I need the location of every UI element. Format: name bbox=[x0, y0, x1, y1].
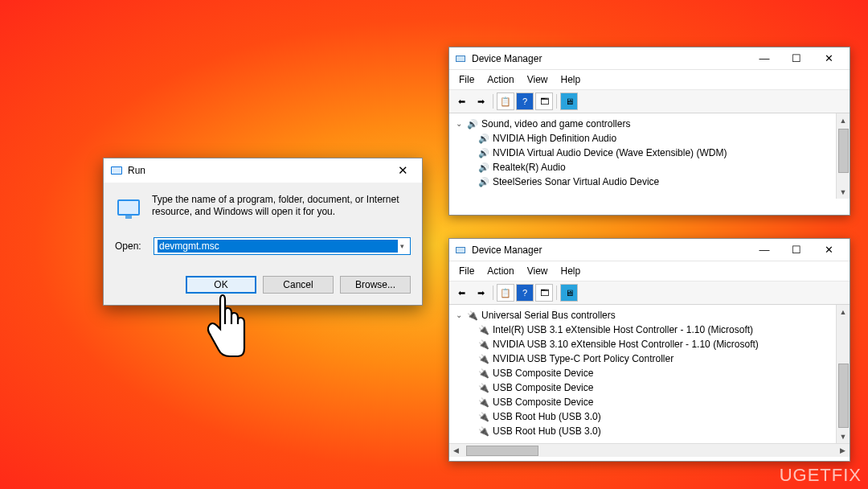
horizontal-scrollbar[interactable]: ◀ ▶ bbox=[449, 443, 850, 457]
run-program-icon bbox=[115, 194, 144, 223]
maximize-button[interactable]: ☐ bbox=[780, 240, 813, 260]
device-manager-icon bbox=[454, 52, 467, 65]
tree-item[interactable]: NVIDIA High Definition Audio bbox=[478, 131, 845, 146]
item-label: USB Root Hub (USB 3.0) bbox=[493, 424, 601, 438]
menu-help[interactable]: Help bbox=[556, 264, 586, 278]
device-manager-icon bbox=[454, 244, 467, 257]
monitor-button[interactable]: 🖥 bbox=[560, 92, 578, 110]
dm1-tree: ⌄ Sound, video and game controllers NVID… bbox=[449, 113, 850, 199]
help-button[interactable]: ? bbox=[516, 92, 534, 110]
menu-help[interactable]: Help bbox=[556, 72, 586, 87]
scroll-thumb[interactable] bbox=[466, 446, 538, 456]
run-body: Type the name of a program, folder, docu… bbox=[104, 183, 422, 266]
item-label: USB Composite Device bbox=[493, 395, 593, 409]
menu-file[interactable]: File bbox=[454, 72, 479, 87]
svg-rect-6 bbox=[457, 56, 465, 61]
scan-button[interactable]: 🗔 bbox=[535, 284, 553, 302]
svg-rect-8 bbox=[457, 248, 465, 253]
close-button[interactable]: ✕ bbox=[813, 49, 845, 68]
forward-button[interactable]: ➡ bbox=[472, 284, 489, 302]
forward-button[interactable]: ➡ bbox=[472, 92, 489, 110]
maximize-button[interactable]: ☐ bbox=[780, 49, 813, 68]
minimize-button[interactable]: — bbox=[748, 240, 780, 260]
speaker-icon bbox=[478, 176, 489, 187]
tree-item[interactable]: USB Composite Device bbox=[478, 395, 845, 409]
usb-icon bbox=[478, 368, 489, 379]
speaker-icon bbox=[467, 118, 478, 129]
tree-item[interactable]: NVIDIA USB Type-C Port Policy Controller bbox=[478, 351, 845, 366]
device-manager-window-1: Device Manager — ☐ ✕ File Action View He… bbox=[448, 47, 850, 216]
tree-category[interactable]: ⌄ Sound, video and game controllers bbox=[454, 117, 845, 131]
watermark: UGETFIX bbox=[780, 465, 862, 486]
menu-action[interactable]: Action bbox=[482, 264, 518, 278]
tree-item[interactable]: USB Composite Device bbox=[478, 366, 845, 380]
dm1-title: Device Manager bbox=[472, 53, 748, 64]
minimize-button[interactable]: — bbox=[748, 49, 780, 68]
run-button-row: OK Cancel Browse... bbox=[104, 266, 422, 305]
cancel-button[interactable]: Cancel bbox=[263, 276, 334, 294]
dm2-toolbar: ⬅ ➡ 📋 ? 🗔 🖥 bbox=[449, 281, 850, 305]
help-button[interactable]: ? bbox=[516, 284, 534, 302]
menu-view[interactable]: View bbox=[522, 72, 553, 87]
menu-action[interactable]: Action bbox=[482, 72, 518, 87]
menu-file[interactable]: File bbox=[454, 264, 479, 278]
dm2-title: Device Manager bbox=[472, 244, 748, 256]
item-label: NVIDIA High Definition Audio bbox=[493, 131, 616, 146]
scroll-down-icon[interactable]: ▼ bbox=[837, 429, 850, 443]
item-label: Intel(R) USB 3.1 eXtensible Host Control… bbox=[493, 323, 753, 337]
vertical-scrollbar[interactable]: ▲ ▼ bbox=[836, 305, 850, 443]
dm1-titlebar: Device Manager — ☐ ✕ bbox=[449, 47, 850, 70]
ok-button[interactable]: OK bbox=[186, 276, 256, 294]
scroll-thumb[interactable] bbox=[838, 129, 849, 173]
scroll-up-icon[interactable]: ▲ bbox=[837, 113, 850, 127]
scroll-thumb[interactable] bbox=[838, 364, 849, 428]
tree-category[interactable]: ⌄ Universal Serial Bus controllers bbox=[454, 308, 845, 323]
scroll-left-icon[interactable]: ◀ bbox=[449, 444, 463, 458]
collapse-icon[interactable]: ⌄ bbox=[454, 117, 464, 131]
tree-item[interactable]: SteelSeries Sonar Virtual Audio Device bbox=[478, 175, 845, 189]
tree-item[interactable]: Intel(R) USB 3.1 eXtensible Host Control… bbox=[478, 323, 845, 337]
properties-button[interactable]: 📋 bbox=[497, 284, 514, 302]
browse-button[interactable]: Browse... bbox=[340, 276, 411, 294]
speaker-icon bbox=[478, 147, 489, 158]
dm2-menubar: File Action View Help bbox=[449, 261, 850, 281]
category-label: Sound, video and game controllers bbox=[481, 117, 630, 131]
tree-item[interactable]: NVIDIA USB 3.10 eXtensible Host Controll… bbox=[478, 337, 845, 351]
back-button[interactable]: ⬅ bbox=[452, 284, 470, 302]
usb-icon bbox=[478, 324, 489, 335]
tree-item[interactable]: NVIDIA Virtual Audio Device (Wave Extens… bbox=[478, 146, 845, 160]
back-button[interactable]: ⬅ bbox=[452, 92, 470, 110]
open-input[interactable] bbox=[158, 240, 398, 253]
monitor-button[interactable]: 🖥 bbox=[560, 284, 578, 302]
svg-rect-1 bbox=[112, 167, 121, 174]
usb-icon bbox=[478, 382, 489, 393]
item-label: NVIDIA USB Type-C Port Policy Controller bbox=[493, 351, 674, 366]
properties-button[interactable]: 📋 bbox=[497, 92, 514, 110]
speaker-icon bbox=[478, 133, 489, 144]
device-manager-window-2: Device Manager — ☐ ✕ File Action View He… bbox=[448, 238, 850, 462]
collapse-icon[interactable]: ⌄ bbox=[454, 308, 464, 323]
tree-item[interactable]: USB Composite Device bbox=[478, 380, 845, 395]
usb-icon bbox=[467, 310, 478, 321]
menu-view[interactable]: View bbox=[522, 264, 553, 278]
scroll-right-icon[interactable]: ▶ bbox=[836, 444, 850, 458]
scroll-up-icon[interactable]: ▲ bbox=[837, 305, 850, 318]
scroll-down-icon[interactable]: ▼ bbox=[837, 185, 850, 199]
close-button[interactable]: ✕ bbox=[813, 240, 845, 260]
open-combobox[interactable]: ▾ bbox=[154, 237, 411, 255]
dm2-titlebar: Device Manager — ☐ ✕ bbox=[449, 239, 850, 261]
run-icon bbox=[110, 164, 123, 177]
tree-item[interactable]: USB Root Hub (USB 3.0) bbox=[478, 424, 845, 438]
tree-item[interactable]: Realtek(R) Audio bbox=[478, 160, 845, 175]
scan-button[interactable]: 🗔 bbox=[535, 92, 553, 110]
chevron-down-icon[interactable]: ▾ bbox=[398, 242, 407, 250]
usb-icon bbox=[478, 411, 489, 422]
item-label: USB Root Hub (USB 3.0) bbox=[493, 409, 601, 424]
usb-icon bbox=[478, 425, 489, 437]
svg-rect-3 bbox=[119, 201, 138, 214]
tree-item[interactable]: USB Root Hub (USB 3.0) bbox=[478, 409, 845, 424]
close-button[interactable]: ✕ bbox=[387, 163, 419, 178]
usb-icon bbox=[478, 397, 489, 408]
vertical-scrollbar[interactable]: ▲ ▼ bbox=[836, 113, 850, 199]
item-label: NVIDIA USB 3.10 eXtensible Host Controll… bbox=[493, 337, 759, 351]
